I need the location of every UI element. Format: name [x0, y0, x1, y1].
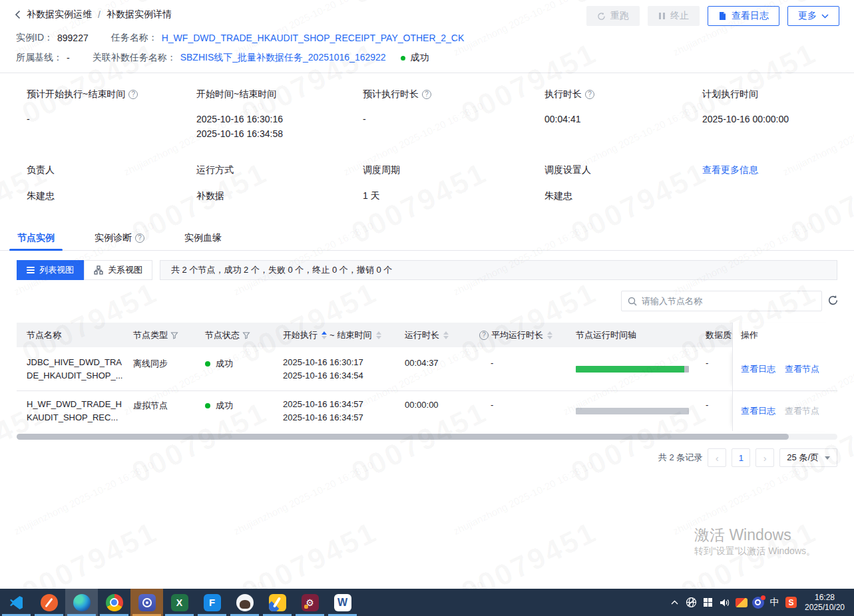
node-avg-duration: -	[491, 400, 493, 410]
filter-icon[interactable]	[242, 331, 250, 339]
node-quality: -	[706, 358, 708, 368]
col-duration: 运行时长	[405, 323, 449, 347]
help-icon[interactable]: ?	[128, 90, 138, 99]
search-input[interactable]	[642, 296, 815, 306]
page-size-select[interactable]: 25 条/页	[779, 448, 837, 467]
duration-label: 执行时长?	[544, 88, 594, 100]
taskbar-dbeaver-icon[interactable]	[228, 589, 261, 616]
tree-icon	[94, 265, 103, 275]
owner-label: 负责人	[27, 164, 55, 176]
col-data-quality: 数据质量	[706, 323, 734, 347]
activate-windows-subtitle: 转到“设置”以激活 Windows。	[694, 545, 815, 557]
view-toggle: 列表视图 关系视图	[17, 260, 152, 280]
baseline-label: 所属基线：	[16, 52, 63, 64]
tray-network-icon[interactable]	[683, 589, 700, 616]
taskbar-chrome-icon[interactable]	[98, 589, 130, 616]
sort-icons[interactable]	[321, 331, 327, 339]
node-duration: 00:04:37	[405, 358, 439, 368]
scheduler-setter-value: 朱建忠	[544, 188, 572, 203]
view-log-link[interactable]: 查看日志	[741, 363, 775, 375]
tray-windows-panes-icon[interactable]	[700, 589, 716, 616]
node-type: 离线同步	[133, 358, 168, 370]
tray-clock[interactable]: 16:28 2025/10/20	[799, 593, 850, 613]
tray-im-icon[interactable]	[749, 589, 766, 616]
success-status-dot	[401, 56, 405, 61]
tray-ime-indicator[interactable]: 中	[766, 589, 783, 616]
more-button[interactable]: 更多	[787, 6, 839, 26]
help-icon[interactable]: ?	[135, 233, 144, 243]
schedule-cycle-value: 1 天	[363, 188, 380, 203]
node-timeline-bar	[576, 366, 689, 373]
view-node-link[interactable]: 查看节点	[785, 363, 819, 375]
list-view-button[interactable]: 列表视图	[17, 260, 84, 280]
tray-mail-icon[interactable]	[733, 589, 749, 616]
taskbar-im-app-icon[interactable]	[130, 589, 163, 616]
sort-icons[interactable]	[547, 331, 552, 339]
help-icon[interactable]: ?	[479, 331, 489, 340]
taskbar-orange-app-icon[interactable]	[33, 589, 65, 616]
tray-speaker-icon[interactable]	[716, 589, 733, 616]
page-header: 补数据实例运维 / 补数据实例详情 重跑 终止 查看日志 更多 实例ID：	[0, 0, 854, 73]
header-actions: 重跑 终止 查看日志 更多	[586, 6, 839, 26]
node-type: 虚拟节点	[133, 400, 168, 412]
related-task-link[interactable]: SBZHIS线下_批量补数据任务_20251016_162922	[180, 52, 386, 64]
document-icon	[718, 11, 727, 21]
filter-icon[interactable]	[170, 331, 178, 339]
tab-instance-lineage[interactable]: 实例血缘	[184, 226, 222, 250]
node-status: 成功	[205, 400, 233, 412]
rerun-button[interactable]: 重跑	[586, 6, 640, 26]
view-node-link[interactable]: 查看节点	[785, 405, 819, 417]
back-chevron-icon[interactable]	[15, 10, 21, 19]
scrollbar-thumb[interactable]	[17, 434, 789, 440]
help-icon[interactable]: ?	[422, 90, 431, 99]
view-log-link[interactable]: 查看日志	[741, 405, 775, 417]
breadcrumb-item-current: 补数据实例详情	[107, 9, 172, 21]
view-log-button[interactable]: 查看日志	[708, 6, 779, 26]
total-records: 共 2 条记录	[658, 452, 702, 464]
planned-time-label: 计划执行时间	[702, 88, 758, 100]
next-page-button[interactable]: ›	[755, 448, 774, 467]
tray-chevron-up-icon[interactable]	[666, 589, 683, 616]
breadcrumb-item-parent[interactable]: 补数据实例运维	[27, 9, 92, 21]
node-name: H_WF_DWD_TRADE_H KAUDIT_SHOP_REC...	[27, 398, 122, 424]
node-start-end: 2025-10-16 16:34:57 2025-10-16 16:34:57	[283, 398, 363, 424]
table-row: JDBC_HIVE_DWD_TRA DE_HKAUDIT_SHOP_... 离线…	[17, 347, 837, 391]
tab-node-instance[interactable]: 节点实例	[17, 226, 55, 250]
owner-value: 朱建忠	[27, 188, 55, 203]
task-name-link[interactable]: H_WF_DWD_TRADE_HKAUDIT_SHOP_RECEIPT_PAY_…	[162, 33, 465, 43]
taskbar-edge-icon[interactable]	[65, 589, 98, 616]
activate-windows-title: 激活 Windows	[694, 525, 791, 545]
taskbar-excel-icon[interactable]: X	[163, 589, 196, 616]
horizontal-scrollbar[interactable]	[17, 434, 837, 440]
taskbar-yellow-app-icon[interactable]	[261, 589, 294, 616]
terminate-button[interactable]: 终止	[648, 6, 700, 26]
node-avg-duration: -	[491, 358, 493, 368]
planned-time-value: 2025-10-16 00:00:00	[702, 112, 789, 126]
instance-meta-row: 实例ID： 899227 任务名称： H_WF_DWD_TRADE_HKAUDI…	[16, 32, 464, 44]
search-icon	[628, 297, 637, 306]
prev-page-button[interactable]: ‹	[708, 448, 726, 467]
expected-duration-label: 预计执行时长?	[363, 88, 431, 100]
taskbar-f-app-icon[interactable]: F	[196, 589, 228, 616]
relation-view-button[interactable]: 关系视图	[84, 260, 152, 280]
view-more-info-link[interactable]: 查看更多信息	[702, 164, 758, 175]
sort-icons[interactable]	[376, 331, 381, 339]
col-avg-duration: ? 平均运行时长	[479, 323, 552, 347]
sort-icons[interactable]	[443, 331, 449, 339]
current-page-button[interactable]: 1	[732, 448, 750, 467]
node-timeline-bar	[576, 408, 689, 414]
taskbar-word-icon[interactable]: W	[326, 589, 359, 616]
scheduler-setter-label: 调度设置人	[544, 164, 591, 176]
tab-instance-diagnosis[interactable]: 实例诊断?	[95, 226, 144, 250]
clock-time: 16:28	[799, 593, 850, 603]
system-tray: 中 S 16:28 2025/10/20	[666, 589, 854, 616]
refresh-icon[interactable]	[827, 295, 839, 306]
tray-sogou-icon[interactable]: S	[783, 589, 799, 616]
run-mode-value: 补数据	[196, 188, 224, 203]
list-icon	[27, 267, 35, 273]
taskbar-db-tool-icon[interactable]: ⚙	[294, 589, 326, 616]
node-duration: 00:00:00	[405, 400, 439, 410]
taskbar-vscode-icon[interactable]	[0, 589, 33, 616]
success-status-dot	[205, 361, 210, 367]
help-icon[interactable]: ?	[585, 90, 594, 99]
